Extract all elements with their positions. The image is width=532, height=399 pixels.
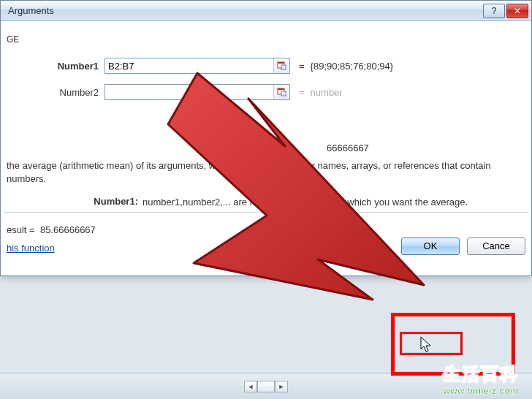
highlight-inner [400,332,463,355]
cancel-button[interactable]: Cance [467,238,525,255]
range-selector-button[interactable] [273,85,289,99]
argument-input-wrapper [104,84,290,100]
argument-help-text: number1,number2,... are numeric argument… [142,196,525,209]
range-selector-button[interactable] [273,58,289,73]
argument-input-wrapper [104,58,290,74]
dialog-titlebar[interactable]: Arguments ? ✕ [1,1,531,21]
cursor-icon [420,336,435,355]
dialog-title: Arguments [8,5,483,16]
function-description: the average (arithmetic mean) of its arg… [7,159,525,186]
scroll-left-icon[interactable]: ◄ [244,381,257,392]
highlight-outer [391,313,515,376]
svg-rect-4 [278,88,284,90]
svg-rect-2 [281,65,286,69]
ok-button[interactable]: OK [401,238,460,255]
collapse-dialog-icon [277,61,287,71]
collapse-dialog-icon [277,87,287,97]
svg-rect-1 [278,62,284,64]
argument-preview: ={89;90;85;76;80;94} [299,61,393,72]
argument-row: Number1 ={89;90;85;76;80;94} [4,55,528,77]
function-arguments-dialog: Arguments ? ✕ GE Number1 [0,0,532,276]
argument-preview: =number [299,87,343,98]
help-link[interactable]: his function [7,243,55,254]
help-button[interactable]: ? [483,4,505,18]
close-icon: ✕ [514,6,521,16]
function-name: GE [7,34,528,45]
close-button[interactable]: ✕ [506,4,528,18]
formula-result: esult = 85.66666667 [7,224,401,235]
status-strip: ◄ ► [0,373,532,399]
argument-row: Number2 =number [4,81,528,103]
number1-input[interactable] [105,58,273,73]
scroll-track[interactable] [257,381,275,392]
help-icon: ? [492,6,497,16]
argument-label: Number1 [4,61,104,72]
scroll-right-icon[interactable]: ► [275,381,288,392]
number2-input[interactable] [105,85,273,99]
intermediate-result: 66666667 [327,142,525,153]
argument-label: Number2 [4,87,104,98]
svg-rect-5 [281,91,286,96]
argument-help-label: Number1: [7,196,142,209]
